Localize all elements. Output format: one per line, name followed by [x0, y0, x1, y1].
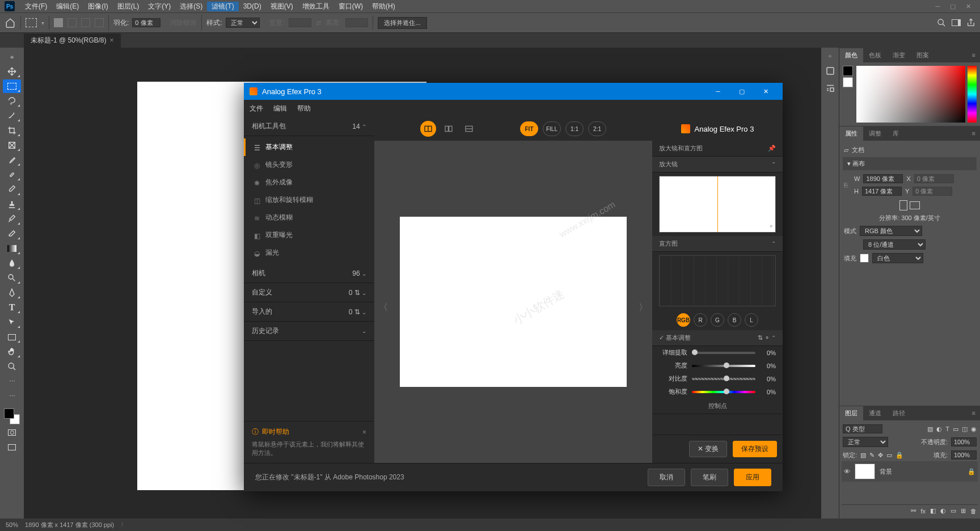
menu-3d[interactable]: 3D(D) — [239, 2, 266, 10]
apply-button[interactable]: 应用 — [734, 469, 771, 486]
canvas-section[interactable]: ▾ 画布 — [843, 157, 977, 170]
marquee-tool[interactable] — [3, 79, 21, 93]
lock-position-icon[interactable]: ✥ — [878, 452, 883, 459]
zoom-1to1-button[interactable]: 1:1 — [565, 121, 584, 136]
prev-arrow-icon[interactable]: 〈 — [379, 302, 388, 314]
camera-section[interactable]: 相机96 ⌄ — [244, 264, 374, 283]
filter-adjust-icon[interactable]: ◐ — [936, 425, 942, 433]
menu-plugins[interactable]: 增效工具 — [298, 2, 334, 11]
layer-type-filter[interactable] — [843, 424, 882, 433]
shape-tool[interactable] — [3, 330, 21, 344]
dodge-tool[interactable] — [3, 271, 21, 285]
panel-menu-icon[interactable]: ≡ — [968, 410, 980, 416]
contrast-slider[interactable]: 对比度0% — [652, 372, 783, 385]
feather-input[interactable] — [132, 18, 160, 27]
save-preset-button[interactable]: 保存预设 — [733, 441, 777, 457]
tab-properties[interactable]: 属性 — [839, 127, 863, 141]
plugin-maximize-icon[interactable]: ▢ — [730, 85, 753, 99]
tab-color[interactable]: 颜色 — [839, 48, 863, 62]
group-icon[interactable]: ▭ — [951, 507, 956, 515]
brush-button[interactable]: 笔刷 — [691, 469, 728, 486]
blend-mode-select[interactable]: 正常 — [843, 437, 888, 447]
plugin-minimize-icon[interactable]: ─ — [707, 85, 729, 99]
layer-style-icon[interactable]: fx — [920, 508, 926, 515]
bit-depth-select[interactable]: 8 位/通道 — [863, 239, 926, 250]
menu-image[interactable]: 图像(I) — [83, 2, 112, 11]
custom-section[interactable]: 自定义0 ⇅ ⌄ — [244, 283, 374, 302]
share-icon[interactable] — [966, 18, 975, 27]
menu-view[interactable]: 视图(V) — [266, 2, 298, 11]
channel-rgb-button[interactable]: RGB — [677, 313, 690, 327]
blur-tool[interactable] — [3, 256, 21, 270]
adjustment-layer-icon[interactable]: ◐ — [940, 507, 946, 515]
opacity-input[interactable] — [951, 437, 977, 446]
saturation-slider[interactable]: 饱和度0% — [652, 385, 783, 398]
plugin-menu-file[interactable]: 文件 — [250, 104, 263, 113]
help-close-icon[interactable]: × — [362, 428, 366, 436]
filter-smart-icon[interactable]: ◫ — [962, 425, 968, 433]
channel-l-button[interactable]: L — [745, 313, 758, 327]
tab-layers[interactable]: 图层 — [839, 406, 863, 420]
quickmask-icon[interactable] — [3, 425, 21, 439]
cancel-button[interactable]: 取消 — [648, 469, 685, 486]
selection-mode-new-icon[interactable] — [54, 18, 63, 27]
fill-opacity-input[interactable] — [951, 450, 977, 460]
basic-adjust-section[interactable]: ✓ 基本调整⇅ ⚬ ⌃ — [652, 330, 783, 346]
filter-toggle-icon[interactable]: ◉ — [971, 425, 977, 433]
link-layers-icon[interactable]: ⚯ — [911, 507, 916, 515]
zoom-fill-button[interactable]: FILL — [543, 121, 561, 136]
tab-paths[interactable]: 路径 — [887, 406, 911, 420]
minimize-icon[interactable]: ─ — [935, 3, 940, 10]
move-tool[interactable] — [3, 65, 21, 78]
maximize-icon[interactable]: ▢ — [950, 3, 956, 10]
collapse-panels-icon[interactable]: « — [828, 52, 831, 59]
zoom-tool[interactable] — [3, 360, 21, 373]
layer-mask-icon[interactable]: ◧ — [930, 507, 936, 515]
document-info[interactable]: 1890 像素 x 1417 像素 (300 ppi) — [25, 521, 114, 529]
plugin-menu-help[interactable]: 帮助 — [297, 104, 311, 113]
color-mode-select[interactable]: RGB 颜色 — [860, 226, 922, 236]
side-by-side-icon[interactable] — [461, 121, 477, 137]
item-light-leak[interactable]: ◒漏光 — [244, 244, 374, 262]
filter-shape-icon[interactable]: ▭ — [953, 425, 958, 433]
eraser-tool[interactable] — [3, 227, 21, 241]
plugin-close-icon[interactable]: ✕ — [754, 85, 777, 99]
channel-g-button[interactable]: G — [711, 313, 724, 327]
marquee-tool-icon[interactable] — [26, 18, 37, 27]
filter-type-icon[interactable]: T — [945, 425, 949, 432]
canvas-width-input[interactable] — [863, 174, 903, 183]
pen-tool[interactable] — [3, 286, 21, 300]
color-swatches[interactable] — [4, 408, 20, 424]
selection-mode-add-icon[interactable] — [67, 18, 77, 27]
visibility-icon[interactable]: 👁 — [844, 468, 850, 475]
plugin-menu-edit[interactable]: 编辑 — [273, 104, 287, 113]
home-icon[interactable] — [5, 17, 16, 28]
menu-edit[interactable]: 编辑(E) — [52, 2, 83, 11]
canvas-height-input[interactable] — [862, 187, 902, 196]
item-lens-distortion[interactable]: ◎镜头变形 — [244, 156, 374, 174]
selection-mode-intersect-icon[interactable] — [95, 18, 104, 27]
new-layer-icon[interactable]: ⊞ — [961, 507, 966, 515]
panel-menu-icon[interactable]: ≡ — [968, 130, 980, 137]
panel-shortcut-a-icon[interactable] — [825, 66, 835, 76]
item-motion-blur[interactable]: ≋动态模糊 — [244, 209, 374, 226]
tab-libraries[interactable]: 库 — [887, 127, 905, 141]
selection-mode-subtract-icon[interactable] — [81, 18, 90, 27]
zoom-fit-button[interactable]: FIT — [520, 121, 538, 136]
magnifier-section[interactable]: 放大镜⌃ — [652, 157, 783, 172]
stamp-tool[interactable] — [3, 197, 21, 211]
document-tab[interactable]: 未标题-1 @ 50%(RGB/8) × — [24, 33, 121, 48]
workspace-icon[interactable] — [952, 19, 961, 26]
item-bokeh[interactable]: ✺焦外成像 — [244, 174, 374, 191]
lock-transparency-icon[interactable]: ▧ — [860, 452, 866, 459]
heal-tool[interactable] — [3, 168, 21, 182]
select-and-mask-button[interactable]: 选择并遮住... — [378, 17, 426, 29]
more-tools-icon[interactable]: ⋯ — [3, 374, 21, 388]
orientation-landscape-icon[interactable] — [910, 201, 920, 209]
menu-window[interactable]: 窗口(W) — [334, 2, 368, 11]
lasso-tool[interactable] — [3, 94, 21, 108]
screenmode-icon[interactable] — [3, 440, 21, 454]
tab-close-icon[interactable]: × — [110, 36, 114, 44]
channel-r-button[interactable]: R — [694, 313, 707, 327]
filter-pixel-icon[interactable]: ▧ — [927, 425, 933, 433]
